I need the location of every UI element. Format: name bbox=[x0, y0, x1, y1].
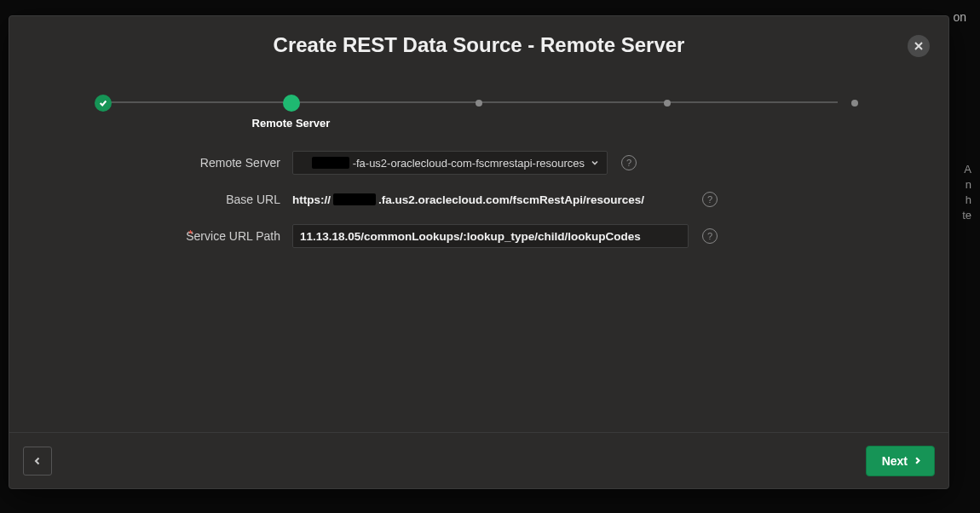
help-icon[interactable]: ? bbox=[702, 192, 718, 207]
label-base-url: Base URL bbox=[61, 193, 292, 206]
step-2-current: Remote Server bbox=[283, 95, 300, 112]
label-service-url-path: * Service URL Path bbox=[61, 229, 292, 243]
remote-server-select[interactable]: -fa-us2-oraclecloud-com-fscmrestapi-reso… bbox=[292, 151, 608, 175]
check-icon bbox=[95, 95, 112, 112]
step-future-dot bbox=[476, 100, 482, 107]
dialog-header: Create REST Data Source - Remote Server bbox=[9, 16, 948, 66]
next-button-label: Next bbox=[882, 454, 908, 468]
background-topright-text: on bbox=[953, 10, 966, 24]
background-hint-text: A n h te bbox=[962, 162, 971, 223]
chevron-down-icon bbox=[590, 158, 600, 168]
row-service-url-path: * Service URL Path ? bbox=[61, 224, 897, 248]
next-button[interactable]: Next bbox=[866, 446, 935, 476]
step-future-dot bbox=[664, 100, 671, 107]
base-url-value: https:// .fa.us2.oraclecloud.com/fscmRes… bbox=[292, 193, 689, 206]
form-area: Remote Server -fa-us2-oraclecloud-com-fs… bbox=[9, 120, 948, 432]
redacted-block bbox=[333, 193, 376, 205]
row-remote-server: Remote Server -fa-us2-oraclecloud-com-fs… bbox=[61, 151, 897, 175]
wizard-dialog: Create REST Data Source - Remote Server … bbox=[9, 15, 949, 489]
required-asterisk: * bbox=[188, 228, 193, 240]
chevron-right-icon bbox=[913, 456, 922, 465]
step-future-dot bbox=[851, 100, 858, 107]
step-current-label: Remote Server bbox=[252, 117, 331, 130]
redacted-block bbox=[312, 157, 349, 169]
chevron-left-icon bbox=[32, 456, 43, 466]
step-3 bbox=[470, 95, 487, 112]
back-button[interactable] bbox=[23, 447, 52, 476]
close-button[interactable] bbox=[908, 35, 930, 57]
label-remote-server: Remote Server bbox=[61, 156, 292, 170]
service-url-path-input[interactable] bbox=[292, 224, 689, 248]
remote-server-value: -fa-us2-oraclecloud-com-fscmrestapi-reso… bbox=[300, 157, 590, 170]
help-icon[interactable]: ? bbox=[702, 228, 718, 244]
dialog-footer: Next bbox=[9, 432, 948, 488]
step-4 bbox=[659, 95, 676, 112]
close-icon bbox=[914, 41, 924, 51]
help-icon[interactable]: ? bbox=[621, 155, 637, 170]
step-1-complete bbox=[95, 95, 112, 112]
dialog-title: Create REST Data Source - Remote Server bbox=[35, 33, 923, 57]
step-5 bbox=[846, 95, 863, 112]
step-current-dot bbox=[283, 95, 300, 112]
wizard-stepper: Remote Server bbox=[9, 66, 948, 120]
row-base-url: Base URL https:// .fa.us2.oraclecloud.co… bbox=[61, 192, 897, 207]
